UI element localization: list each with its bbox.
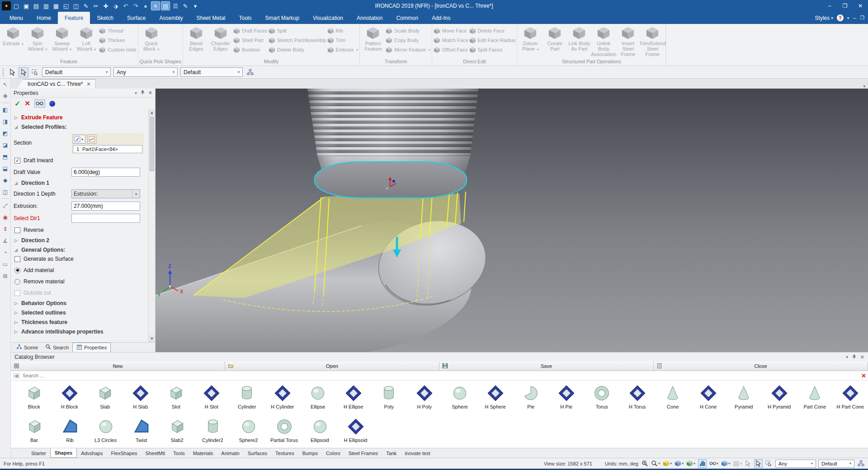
ribbon-button-rib[interactable]: Rib — [327, 27, 359, 35]
save-icon[interactable]: ◫ — [71, 1, 80, 10]
ribbon-button-sweep-wizard[interactable]: Sweep Wizard ▾ — [50, 25, 74, 57]
catalog-shape-slab[interactable]: Slab — [87, 382, 123, 416]
expand-icon[interactable]: ▷ — [14, 238, 18, 243]
catalog-tab-animatn[interactable]: Animatn — [217, 448, 243, 458]
tab-common[interactable]: Common — [389, 12, 425, 24]
doc-restore-icon[interactable]: ❐ — [860, 15, 864, 21]
catalog-shape-slot[interactable]: Slot — [158, 382, 194, 416]
panel-menu-icon[interactable]: ▾ — [135, 91, 137, 95]
catalog-shape-cylinder2[interactable]: Cylinder2 — [195, 416, 231, 448]
collapse-icon[interactable]: ◢ — [14, 125, 18, 129]
catalog-shape-h-sphere[interactable]: H Sphere — [478, 382, 514, 416]
catalog-shape-cone[interactable]: Cone — [655, 382, 691, 416]
catalog-shape-bar[interactable]: Bar — [16, 416, 52, 448]
panel-close-icon[interactable]: ✕ — [148, 90, 152, 96]
catalog-tab-colors[interactable]: Colors — [322, 448, 344, 458]
expand-icon[interactable]: ▷ — [14, 115, 18, 120]
catalog-shape-l3-circles[interactable]: L3 Circles — [88, 416, 123, 448]
render-ball-button[interactable] — [49, 101, 55, 107]
search-clear-icon[interactable]: ✕ — [861, 372, 866, 379]
catalog-tab-starter[interactable]: Starter — [27, 448, 50, 458]
ruler-icon[interactable]: ▭ — [1, 260, 9, 268]
ribbon-button-chamfer-edges[interactable]: Chamfer Edges — [209, 25, 232, 57]
tab-sketch[interactable]: Sketch — [90, 12, 120, 24]
catalog-tab-materials[interactable]: Materials — [189, 448, 217, 458]
ribbon-button-match-face[interactable]: Match Face — [434, 36, 468, 44]
catalog-shape-sphere2[interactable]: Sphere2 — [231, 416, 266, 448]
expand-icon[interactable]: ▷ — [14, 301, 18, 306]
ribbon-button-create-part[interactable]: Create Part — [543, 25, 566, 57]
remove-material-radio[interactable] — [14, 279, 20, 285]
tab-feature[interactable]: Feature — [58, 12, 90, 24]
blue-box-icon[interactable]: ⬒ — [1, 153, 9, 160]
ribbon-button-copy-body[interactable]: Copy Body — [386, 36, 430, 44]
status-combo-any[interactable]: Any▾ — [775, 460, 816, 468]
tab-surface[interactable]: Surface — [120, 12, 152, 24]
catalog-tab-shapes[interactable]: Shapes — [50, 448, 77, 458]
ribbon-button-split[interactable]: Split — [269, 27, 326, 35]
angle-icon[interactable]: ∡ — [1, 237, 9, 244]
ribbon-button-emboss[interactable]: Emboss▾ — [327, 46, 359, 54]
expand-icon[interactable]: ▷ — [14, 329, 18, 334]
tab-assembly[interactable]: Assembly — [152, 12, 189, 24]
list-options-icon[interactable]: ☰ — [171, 1, 180, 10]
minimize-button[interactable]: – — [822, 0, 837, 12]
box-cursor-icon[interactable] — [765, 460, 772, 467]
ribbon-button-pattern-feature[interactable]: Pattern Feature — [361, 25, 385, 57]
facet-mode-icon[interactable] — [698, 459, 707, 468]
open-marked-icon[interactable]: ▣ — [22, 1, 31, 10]
chevron-down-icon[interactable]: ▾ — [235, 68, 242, 76]
render-mode-icon[interactable]: ▾ — [675, 460, 684, 467]
catalog-shape-h-poly[interactable]: H Poly — [407, 382, 443, 416]
draft-value-input[interactable] — [71, 168, 140, 177]
catalog-pin-icon[interactable] — [852, 354, 856, 360]
new-scene-icon[interactable]: ▢ — [12, 1, 21, 10]
catalog-menu-icon[interactable]: ▾ — [846, 355, 848, 359]
search-back-icon[interactable]: ◀ — [13, 373, 20, 379]
styles-menu[interactable]: Styles▾ — [815, 15, 833, 21]
ribbon-button-scale-body[interactable]: Scale Body — [386, 27, 430, 35]
panel-tab-search[interactable]: Search — [42, 343, 72, 352]
scene-network-icon[interactable] — [858, 460, 864, 467]
print-stack-icon[interactable]: ▾ — [733, 460, 742, 467]
ribbon-button-delete-face[interactable]: Delete Face — [469, 27, 516, 35]
style-pen-icon[interactable]: ✎ — [181, 1, 190, 10]
catalog-shape-h-slot[interactable]: H Slot — [194, 382, 230, 416]
ribbon-button-datum-plane[interactable]: Datum Plane ▾ — [519, 25, 542, 57]
redo-icon[interactable]: ↷ — [131, 1, 140, 10]
catalog-tab-bumps[interactable]: Bumps — [298, 448, 322, 458]
add-material-radio[interactable] — [14, 268, 20, 273]
ribbon-button-edit-face-radius[interactable]: Edit Face Radius — [469, 36, 516, 44]
ribbon-button-link-body-as-part[interactable]: Link Body As Part — [567, 25, 591, 57]
ribbon-button-boolean[interactable]: Boolean — [233, 46, 268, 54]
catalog-shape-h-cone[interactable]: H Cone — [691, 382, 726, 416]
extrusion-input[interactable] — [71, 202, 140, 211]
tab-sheet-metal[interactable]: Sheet Metal — [189, 12, 232, 24]
catalog-tab-tools[interactable]: Tools — [169, 448, 189, 458]
pan-icon[interactable]: ✥ — [1, 92, 9, 100]
tab-add-ins[interactable]: Add-Ins — [425, 12, 457, 24]
open-folder-icon[interactable]: ◱ — [61, 1, 71, 10]
edit-profile-button[interactable]: ▾ — [73, 135, 85, 144]
ribbon-button-insert-steel-frame[interactable]: Insert Steel Frame — [616, 25, 640, 57]
ribbon-button-move-face[interactable]: Move Face — [434, 27, 468, 35]
catalog-shape-block[interactable]: Block — [16, 382, 52, 416]
resize-icon[interactable]: ⤢ — [1, 202, 9, 209]
catalog-close-icon[interactable]: ✕ — [860, 354, 864, 360]
selection-filter-combo-2[interactable]: Default▾ — [180, 67, 243, 77]
scroll-up-icon[interactable]: ▲ — [149, 109, 155, 116]
draft-inward-checkbox[interactable]: ✓ — [14, 158, 20, 164]
collapse-icon[interactable]: ◢ — [14, 181, 18, 185]
add-shape-icon[interactable]: ✚ — [101, 1, 110, 10]
select-cursor-icon[interactable] — [19, 67, 28, 77]
blue-wedge-icon[interactable]: ◩ — [1, 129, 9, 137]
expand-icon[interactable]: ▷ — [14, 310, 18, 315]
catalog-tab-flexshapes[interactable]: FlexShapes — [107, 448, 141, 458]
expand-icon[interactable]: ▷ — [14, 320, 18, 324]
catalog-shape-h-pie[interactable]: H Pie — [549, 382, 585, 416]
help-caret-icon[interactable]: ▾ — [847, 16, 849, 20]
ribbon-button-custom-hole[interactable]: Custom Hole — [99, 46, 137, 54]
catalog-open-button[interactable]: Open — [225, 362, 439, 371]
ribbon-button-delete-body[interactable]: Delete Body — [269, 46, 326, 54]
curve-profile-button[interactable] — [87, 135, 96, 144]
